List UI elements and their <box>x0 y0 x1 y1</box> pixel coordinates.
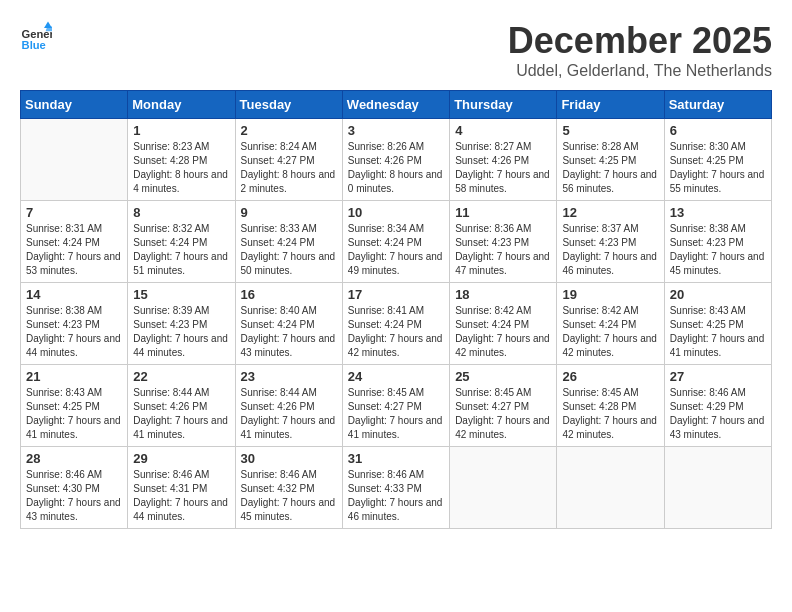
day-number: 15 <box>133 287 229 302</box>
calendar-day-cell: 1Sunrise: 8:23 AMSunset: 4:28 PMDaylight… <box>128 119 235 201</box>
day-number: 4 <box>455 123 551 138</box>
weekday-header-sunday: Sunday <box>21 91 128 119</box>
day-info: Sunrise: 8:46 AMSunset: 4:29 PMDaylight:… <box>670 386 766 442</box>
svg-text:Blue: Blue <box>22 39 46 51</box>
day-number: 30 <box>241 451 337 466</box>
day-info: Sunrise: 8:41 AMSunset: 4:24 PMDaylight:… <box>348 304 444 360</box>
day-info: Sunrise: 8:42 AMSunset: 4:24 PMDaylight:… <box>455 304 551 360</box>
day-number: 12 <box>562 205 658 220</box>
calendar-day-cell: 15Sunrise: 8:39 AMSunset: 4:23 PMDayligh… <box>128 283 235 365</box>
day-number: 11 <box>455 205 551 220</box>
calendar-day-cell: 12Sunrise: 8:37 AMSunset: 4:23 PMDayligh… <box>557 201 664 283</box>
day-number: 24 <box>348 369 444 384</box>
logo: General Blue <box>20 20 52 52</box>
calendar-day-cell <box>450 447 557 529</box>
day-info: Sunrise: 8:38 AMSunset: 4:23 PMDaylight:… <box>26 304 122 360</box>
day-info: Sunrise: 8:33 AMSunset: 4:24 PMDaylight:… <box>241 222 337 278</box>
day-number: 16 <box>241 287 337 302</box>
day-number: 10 <box>348 205 444 220</box>
day-number: 21 <box>26 369 122 384</box>
day-info: Sunrise: 8:31 AMSunset: 4:24 PMDaylight:… <box>26 222 122 278</box>
day-info: Sunrise: 8:46 AMSunset: 4:32 PMDaylight:… <box>241 468 337 524</box>
calendar-day-cell: 2Sunrise: 8:24 AMSunset: 4:27 PMDaylight… <box>235 119 342 201</box>
day-info: Sunrise: 8:26 AMSunset: 4:26 PMDaylight:… <box>348 140 444 196</box>
day-info: Sunrise: 8:45 AMSunset: 4:27 PMDaylight:… <box>348 386 444 442</box>
day-info: Sunrise: 8:38 AMSunset: 4:23 PMDaylight:… <box>670 222 766 278</box>
logo-icon: General Blue <box>20 20 52 52</box>
calendar-day-cell: 10Sunrise: 8:34 AMSunset: 4:24 PMDayligh… <box>342 201 449 283</box>
calendar-day-cell <box>557 447 664 529</box>
day-info: Sunrise: 8:34 AMSunset: 4:24 PMDaylight:… <box>348 222 444 278</box>
day-number: 28 <box>26 451 122 466</box>
day-info: Sunrise: 8:46 AMSunset: 4:31 PMDaylight:… <box>133 468 229 524</box>
calendar-day-cell: 24Sunrise: 8:45 AMSunset: 4:27 PMDayligh… <box>342 365 449 447</box>
calendar-week-row: 28Sunrise: 8:46 AMSunset: 4:30 PMDayligh… <box>21 447 772 529</box>
day-info: Sunrise: 8:44 AMSunset: 4:26 PMDaylight:… <box>241 386 337 442</box>
day-info: Sunrise: 8:45 AMSunset: 4:28 PMDaylight:… <box>562 386 658 442</box>
day-info: Sunrise: 8:46 AMSunset: 4:30 PMDaylight:… <box>26 468 122 524</box>
day-number: 27 <box>670 369 766 384</box>
day-info: Sunrise: 8:40 AMSunset: 4:24 PMDaylight:… <box>241 304 337 360</box>
location-title: Uddel, Gelderland, The Netherlands <box>508 62 772 80</box>
weekday-header-wednesday: Wednesday <box>342 91 449 119</box>
day-number: 13 <box>670 205 766 220</box>
day-number: 17 <box>348 287 444 302</box>
day-info: Sunrise: 8:46 AMSunset: 4:33 PMDaylight:… <box>348 468 444 524</box>
day-info: Sunrise: 8:37 AMSunset: 4:23 PMDaylight:… <box>562 222 658 278</box>
calendar-day-cell: 19Sunrise: 8:42 AMSunset: 4:24 PMDayligh… <box>557 283 664 365</box>
calendar-day-cell: 4Sunrise: 8:27 AMSunset: 4:26 PMDaylight… <box>450 119 557 201</box>
calendar-day-cell: 11Sunrise: 8:36 AMSunset: 4:23 PMDayligh… <box>450 201 557 283</box>
calendar-table: SundayMondayTuesdayWednesdayThursdayFrid… <box>20 90 772 529</box>
calendar-day-cell: 5Sunrise: 8:28 AMSunset: 4:25 PMDaylight… <box>557 119 664 201</box>
day-number: 19 <box>562 287 658 302</box>
title-block: December 2025 Uddel, Gelderland, The Net… <box>508 20 772 80</box>
weekday-header-tuesday: Tuesday <box>235 91 342 119</box>
calendar-day-cell: 14Sunrise: 8:38 AMSunset: 4:23 PMDayligh… <box>21 283 128 365</box>
day-info: Sunrise: 8:42 AMSunset: 4:24 PMDaylight:… <box>562 304 658 360</box>
calendar-day-cell: 6Sunrise: 8:30 AMSunset: 4:25 PMDaylight… <box>664 119 771 201</box>
day-number: 20 <box>670 287 766 302</box>
calendar-day-cell: 8Sunrise: 8:32 AMSunset: 4:24 PMDaylight… <box>128 201 235 283</box>
day-number: 14 <box>26 287 122 302</box>
calendar-day-cell: 28Sunrise: 8:46 AMSunset: 4:30 PMDayligh… <box>21 447 128 529</box>
day-number: 9 <box>241 205 337 220</box>
day-number: 6 <box>670 123 766 138</box>
day-number: 22 <box>133 369 229 384</box>
day-info: Sunrise: 8:28 AMSunset: 4:25 PMDaylight:… <box>562 140 658 196</box>
calendar-day-cell <box>21 119 128 201</box>
calendar-day-cell: 31Sunrise: 8:46 AMSunset: 4:33 PMDayligh… <box>342 447 449 529</box>
day-info: Sunrise: 8:43 AMSunset: 4:25 PMDaylight:… <box>670 304 766 360</box>
calendar-day-cell: 20Sunrise: 8:43 AMSunset: 4:25 PMDayligh… <box>664 283 771 365</box>
calendar-week-row: 1Sunrise: 8:23 AMSunset: 4:28 PMDaylight… <box>21 119 772 201</box>
day-number: 1 <box>133 123 229 138</box>
day-number: 8 <box>133 205 229 220</box>
day-number: 3 <box>348 123 444 138</box>
day-info: Sunrise: 8:24 AMSunset: 4:27 PMDaylight:… <box>241 140 337 196</box>
day-number: 26 <box>562 369 658 384</box>
calendar-day-cell: 3Sunrise: 8:26 AMSunset: 4:26 PMDaylight… <box>342 119 449 201</box>
calendar-day-cell: 26Sunrise: 8:45 AMSunset: 4:28 PMDayligh… <box>557 365 664 447</box>
day-number: 31 <box>348 451 444 466</box>
day-info: Sunrise: 8:27 AMSunset: 4:26 PMDaylight:… <box>455 140 551 196</box>
calendar-week-row: 14Sunrise: 8:38 AMSunset: 4:23 PMDayligh… <box>21 283 772 365</box>
weekday-header-thursday: Thursday <box>450 91 557 119</box>
calendar-day-cell: 30Sunrise: 8:46 AMSunset: 4:32 PMDayligh… <box>235 447 342 529</box>
day-info: Sunrise: 8:23 AMSunset: 4:28 PMDaylight:… <box>133 140 229 196</box>
calendar-day-cell: 17Sunrise: 8:41 AMSunset: 4:24 PMDayligh… <box>342 283 449 365</box>
calendar-week-row: 7Sunrise: 8:31 AMSunset: 4:24 PMDaylight… <box>21 201 772 283</box>
calendar-day-cell: 16Sunrise: 8:40 AMSunset: 4:24 PMDayligh… <box>235 283 342 365</box>
day-info: Sunrise: 8:30 AMSunset: 4:25 PMDaylight:… <box>670 140 766 196</box>
calendar-day-cell: 18Sunrise: 8:42 AMSunset: 4:24 PMDayligh… <box>450 283 557 365</box>
month-title: December 2025 <box>508 20 772 62</box>
weekday-header-friday: Friday <box>557 91 664 119</box>
day-info: Sunrise: 8:32 AMSunset: 4:24 PMDaylight:… <box>133 222 229 278</box>
day-info: Sunrise: 8:45 AMSunset: 4:27 PMDaylight:… <box>455 386 551 442</box>
weekday-header-saturday: Saturday <box>664 91 771 119</box>
calendar-day-cell: 22Sunrise: 8:44 AMSunset: 4:26 PMDayligh… <box>128 365 235 447</box>
weekday-header-monday: Monday <box>128 91 235 119</box>
calendar-day-cell: 25Sunrise: 8:45 AMSunset: 4:27 PMDayligh… <box>450 365 557 447</box>
day-number: 29 <box>133 451 229 466</box>
calendar-day-cell: 23Sunrise: 8:44 AMSunset: 4:26 PMDayligh… <box>235 365 342 447</box>
day-info: Sunrise: 8:43 AMSunset: 4:25 PMDaylight:… <box>26 386 122 442</box>
calendar-day-cell: 21Sunrise: 8:43 AMSunset: 4:25 PMDayligh… <box>21 365 128 447</box>
